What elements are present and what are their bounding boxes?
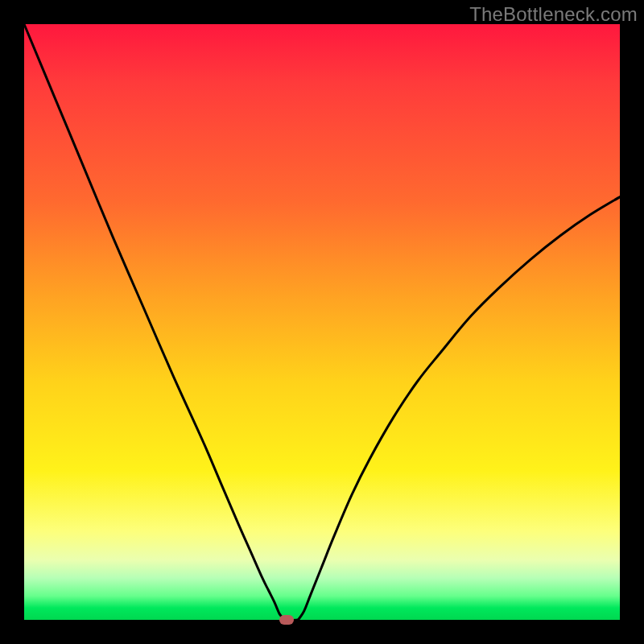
min-marker [279, 615, 294, 625]
curve-svg [24, 24, 620, 620]
plot-area [24, 24, 620, 620]
chart-frame: TheBottleneck.com [0, 0, 644, 644]
curve-right [298, 197, 620, 620]
watermark-text: TheBottleneck.com [469, 3, 638, 26]
curve-left [24, 24, 298, 620]
